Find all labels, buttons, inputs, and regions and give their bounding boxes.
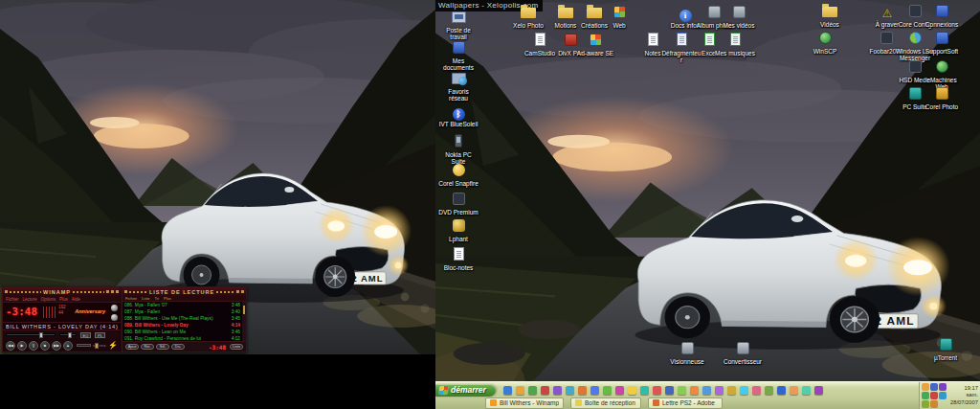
tray-icon[interactable] (939, 392, 947, 399)
playlist-track-row[interactable]: 086. Mya - Fallen '07 3:48 (124, 303, 240, 309)
quick-launch-icon[interactable] (752, 386, 761, 395)
quick-launch-icon[interactable] (715, 386, 724, 395)
playlist-menu-item[interactable]: Plus (164, 296, 171, 301)
transport-button[interactable]: ◀◀ (6, 341, 15, 351)
quick-launch-icon[interactable] (777, 386, 786, 395)
equalizer-button[interactable]: EQ (80, 332, 91, 338)
desktop-icon[interactable]: SupportSoft (922, 31, 962, 55)
start-button[interactable]: démarrer (435, 384, 496, 397)
desktop-icon[interactable]: Mes documents (438, 40, 479, 72)
desktop-icon[interactable]: Web (599, 5, 639, 29)
tray-icon[interactable] (922, 400, 929, 408)
quick-launch-icon[interactable] (765, 386, 773, 395)
close-icon[interactable] (116, 290, 119, 293)
winamp-menu-item[interactable]: Aide (72, 297, 80, 302)
playlist-menu-item[interactable]: Liste (142, 296, 149, 301)
desktop-icon[interactable]: Mes vidéos (719, 5, 759, 29)
playlist-menu-icon[interactable] (124, 290, 127, 293)
desktop-icon[interactable]: IVT BlueSoleil (438, 103, 479, 127)
quick-launch-icon[interactable] (566, 386, 574, 395)
winamp-menu-item[interactable]: Options (41, 297, 56, 302)
quick-launch-icon[interactable] (690, 386, 699, 395)
winamp-menu-item[interactable]: Lecture (23, 297, 37, 302)
playlist-track-row[interactable]: 091. Roy Crawford - Personnes de lui 4:0… (124, 336, 240, 341)
playlist-action-button[interactable]: Div. (171, 344, 185, 350)
playlist-titlebar[interactable]: LISTE DE LECTURE (122, 287, 246, 296)
desktop-icon[interactable]: µTorrent (925, 337, 966, 361)
winamp-playlist-window[interactable]: LISTE DE LECTURE FichierListeTriPlus 086… (122, 286, 247, 352)
seek-slider-thumb[interactable] (95, 343, 99, 349)
quick-launch-icon[interactable] (653, 386, 661, 395)
quick-launch-icon[interactable] (615, 386, 624, 395)
playlist-track-row[interactable]: 089. Bill Withers - Lovely Day 4:14 (124, 323, 240, 329)
tray-icon[interactable] (939, 383, 947, 391)
playlist-track-row[interactable]: 087. Mya - Fallen 3:40 (124, 309, 240, 316)
desktop-icon[interactable]: Favoris réseau (438, 71, 479, 102)
seek-slider[interactable] (77, 344, 91, 347)
balance-knob[interactable] (111, 314, 118, 321)
tray-icon[interactable] (922, 392, 929, 399)
desktop-icon[interactable]: Corel Snapfire (438, 163, 479, 187)
taskbar-clock[interactable]: 19:17 sam. 28/07/2007 (948, 385, 978, 406)
volume-slider-thumb[interactable] (39, 332, 43, 338)
desktop-icon[interactable]: Nokia PC Suite (438, 134, 479, 166)
balance-slider[interactable] (59, 333, 77, 336)
quick-launch-icon[interactable] (578, 386, 587, 395)
quick-launch-icon[interactable] (553, 386, 562, 395)
time-display[interactable]: -3:48 (6, 306, 37, 318)
quick-launch-icon[interactable] (678, 386, 686, 395)
winamp-titlebar[interactable]: WINAMP (3, 287, 121, 296)
desktop-icon[interactable]: Poste de travail (438, 10, 479, 41)
desktop-icon[interactable]: Bloc-notes (438, 247, 479, 271)
quick-launch-icon[interactable] (503, 386, 512, 395)
tray-icon[interactable] (930, 400, 938, 408)
desktop-icon[interactable]: DVD Premium (438, 192, 479, 216)
desktop-icon[interactable]: Corel Photo (922, 86, 962, 110)
playlist-track-row[interactable]: 088. Bill Withers - Use Me (The Real Pla… (124, 316, 240, 323)
tray-icon[interactable] (922, 383, 929, 391)
desktop-icon[interactable]: Xelo Photo (508, 5, 548, 29)
winamp-menu-item[interactable]: Plus (59, 297, 68, 302)
minimize-icon[interactable] (106, 290, 109, 293)
quick-launch-icon[interactable] (528, 386, 537, 395)
desktop-icon[interactable]: Mes musiques (715, 33, 755, 57)
playlist-action-button[interactable]: Sél. (156, 344, 169, 350)
taskbar-task-button[interactable]: Bill Withers - Winamp (485, 398, 564, 409)
close-icon[interactable] (241, 290, 244, 293)
track-title-marquee[interactable]: BILL WITHERS - LOVELY DAY (4:14) (3, 323, 121, 330)
winamp-menu-item[interactable]: Fichier (6, 297, 19, 302)
playlist-tracks[interactable]: 086. Mya - Fallen '07 3:48 087. Mya - Fa… (122, 302, 246, 341)
tray-icon[interactable] (930, 392, 938, 399)
playlist-menu-item[interactable]: Tri (154, 296, 159, 301)
quick-launch-icon[interactable] (603, 386, 612, 395)
quick-launch-icon[interactable] (702, 386, 711, 395)
quick-launch-icon[interactable] (590, 386, 599, 395)
playlist-scrollbar[interactable] (242, 302, 246, 341)
desktop-icon[interactable]: Lphant (438, 218, 479, 242)
tray-icon[interactable] (930, 383, 938, 391)
playlist-track-row[interactable]: 090. Bill Withers - Lean on Me 3:46 (124, 329, 240, 336)
quick-launch-icon[interactable] (740, 386, 748, 395)
transport-button[interactable]: ▲ (63, 341, 73, 351)
taskbar-task-button[interactable]: Boîte de réception (570, 398, 641, 409)
desktop-icon[interactable]: WinSCP (805, 31, 845, 55)
list-options-button[interactable]: Liste (230, 344, 243, 350)
shade-icon[interactable] (236, 290, 239, 293)
transport-button[interactable]: ■ (40, 341, 50, 351)
volume-slider[interactable] (6, 333, 56, 336)
winamp-main-window[interactable]: WINAMP FichierLectureOptionsPlusAide -3:… (2, 286, 122, 352)
volume-knob[interactable] (111, 305, 118, 311)
quick-launch-icon[interactable] (727, 386, 736, 395)
shade-icon[interactable] (111, 290, 114, 293)
transport-button[interactable]: ▶▶ (52, 341, 61, 351)
desktop-icon[interactable]: Vidéos (810, 4, 850, 28)
desktop-icon[interactable]: Ad-aware SE (575, 33, 615, 57)
playlist-toggle-button[interactable]: PL (95, 332, 105, 338)
playlist-action-button[interactable]: Ajout (125, 344, 139, 350)
desktop-icon[interactable]: Connexions (922, 4, 962, 28)
quick-launch-icon[interactable] (516, 386, 524, 395)
desktop-icon[interactable]: Convertisseur (723, 341, 763, 365)
taskbar-task-button[interactable]: Lettre PS2 - Adobe (648, 398, 723, 409)
quick-launch-icon[interactable] (790, 386, 798, 395)
quick-launch-icon[interactable] (640, 386, 649, 395)
